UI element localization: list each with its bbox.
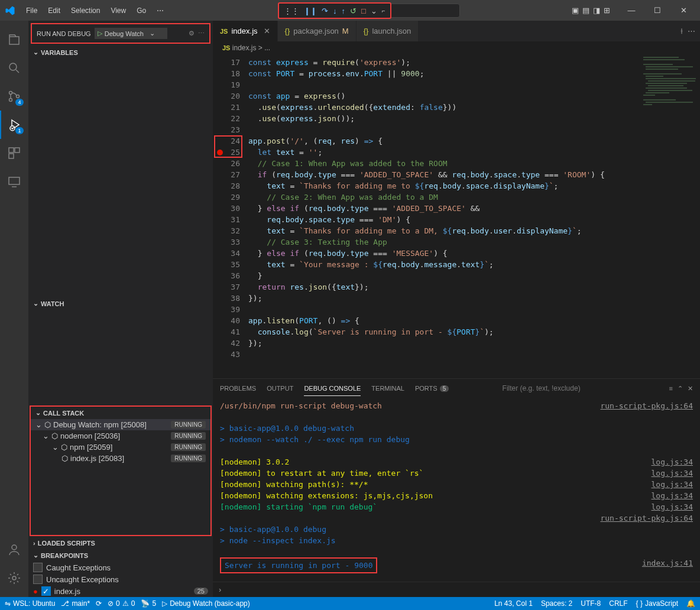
layout-customize-icon[interactable]: ⊞	[604, 6, 610, 15]
debug-toolbar-more-icon[interactable]: ⌐	[382, 8, 385, 14]
debug-step-over-icon[interactable]: ↷	[322, 7, 328, 15]
section-watch[interactable]: ⌄Watch	[28, 297, 213, 310]
status-language[interactable]: { } JavaScript	[636, 599, 678, 608]
debug-console-filter[interactable]	[500, 383, 654, 394]
callstack-row[interactable]: ⌄ ⬡ nodemon [25036] Running	[31, 430, 210, 442]
menu-go[interactable]: Go	[132, 4, 151, 17]
window-maximize-icon[interactable]: ☐	[646, 2, 669, 20]
activity-remote-icon[interactable]	[0, 167, 28, 196]
menu-edit[interactable]: Edit	[43, 4, 65, 17]
debug-config-dropdown[interactable]: ▷ Debug Watch ⌄	[95, 28, 167, 39]
svg-point-11	[12, 545, 17, 550]
bp-file-entry[interactable]: ●✓index.js25	[28, 585, 213, 597]
activity-debug-icon[interactable]: 1	[0, 111, 28, 139]
chevron-down-icon: ⌄	[35, 409, 41, 417]
status-ports[interactable]: 📡5	[141, 599, 156, 608]
status-branch[interactable]: ⎇main*	[61, 599, 90, 608]
debug-toolbar-chevron-icon[interactable]: ⌄	[371, 7, 377, 15]
debug-process-icon: ⬡	[44, 420, 51, 429]
breadcrumb-file: index.js	[232, 44, 257, 52]
code-content[interactable]: const express = require('express');const…	[248, 54, 605, 378]
layout-panel-bottom-icon[interactable]: ▤	[582, 6, 589, 15]
menu-selection[interactable]: Selection	[66, 4, 105, 17]
panel-tab-terminal[interactable]: TERMINAL	[371, 381, 404, 395]
code-editor[interactable]: 1718192021222324252627282930313233343536…	[213, 54, 700, 378]
ellipsis-icon[interactable]: ⋯	[688, 27, 695, 36]
window-minimize-icon[interactable]: —	[620, 2, 643, 20]
callstack-row[interactable]: ⬡ index.js [25083] Running	[31, 453, 210, 464]
status-encoding[interactable]: UTF-8	[581, 599, 601, 608]
chevron-right-icon: ›	[33, 540, 35, 547]
status-remote[interactable]: ⇋WSL: Ubuntu	[5, 599, 55, 608]
status-notifications-icon[interactable]: 🔔	[686, 599, 695, 608]
section-breakpoints[interactable]: ⌄Breakpoints	[28, 549, 213, 562]
layout-panel-right-icon[interactable]: ◨	[593, 6, 600, 15]
checkbox-unchecked[interactable]	[33, 563, 43, 572]
svg-rect-19	[646, 76, 663, 77]
panel-tab-debug-console[interactable]: DEBUG CONSOLE	[304, 381, 361, 396]
activity-settings-icon[interactable]	[0, 564, 28, 592]
close-panel-icon[interactable]: ✕	[688, 385, 693, 392]
scm-badge: 4	[15, 99, 24, 106]
maximize-panel-icon[interactable]: ⌃	[678, 385, 683, 392]
filter-icon[interactable]: ≡	[669, 385, 673, 392]
menu-file[interactable]: File	[21, 4, 42, 17]
checkbox-checked[interactable]: ✓	[41, 586, 51, 596]
breakpoint-dot-icon[interactable]	[217, 150, 223, 155]
tab-launch-json[interactable]: {}launch.json	[357, 21, 419, 41]
debug-pause-icon[interactable]: ❙❙	[304, 7, 317, 15]
status-problems[interactable]: ⊘0 ⚠0	[108, 599, 135, 608]
layout-panel-left-icon[interactable]: ▣	[572, 6, 579, 15]
menu-more[interactable]: ⋯	[152, 4, 168, 17]
status-eol[interactable]: CRLF	[609, 599, 627, 608]
section-variables[interactable]: ⌄Variables	[28, 46, 213, 59]
status-cursor[interactable]: Ln 43, Col 1	[494, 599, 533, 608]
window-close-icon[interactable]: ✕	[672, 2, 695, 20]
debug-badge: 1	[15, 127, 24, 134]
panel-tab-output[interactable]: OUTPUT	[267, 381, 293, 395]
close-icon[interactable]: ✕	[264, 27, 270, 35]
callstack-label: npm [25059]	[70, 443, 112, 452]
breadcrumb[interactable]: JS index.js > ...	[213, 41, 700, 54]
debug-icon: ▷	[162, 599, 167, 608]
bp-caught-exceptions[interactable]: Caught Exceptions	[28, 562, 213, 573]
activity-search-icon[interactable]	[0, 54, 28, 82]
menu-view[interactable]: View	[106, 4, 131, 17]
status-indent[interactable]: Spaces: 2	[541, 599, 572, 608]
status-sync[interactable]: ⟳	[96, 599, 102, 608]
error-icon: ⊘	[108, 599, 114, 608]
bp-uncaught-exceptions[interactable]: Uncaught Exceptions	[28, 573, 213, 585]
callstack-label: Debug Watch: npm [25008]	[53, 420, 147, 429]
activity-scm-icon[interactable]: 4	[0, 82, 28, 111]
activity-extensions-icon[interactable]	[0, 139, 28, 167]
tab-package-json[interactable]: {}package.jsonM	[278, 21, 357, 41]
panel-tab-ports[interactable]: PORTS5	[415, 381, 449, 395]
debug-console-output[interactable]: /usr/bin/npm run-script debug-watchrun-s…	[213, 398, 700, 582]
compare-icon[interactable]: ⫲	[680, 27, 683, 36]
debug-step-into-icon[interactable]: ↓	[333, 7, 337, 15]
gear-icon[interactable]: ⚙	[189, 30, 195, 37]
debug-stop-icon[interactable]: □	[361, 7, 366, 15]
section-loaded-scripts[interactable]: ›Loaded Scripts	[28, 537, 213, 549]
debug-step-out-icon[interactable]: ↑	[342, 7, 346, 15]
checkbox-unchecked[interactable]	[33, 575, 43, 584]
minimap[interactable]	[641, 54, 700, 155]
debug-restart-icon[interactable]: ↺	[350, 7, 357, 15]
debug-console-input[interactable]: ›	[213, 582, 700, 597]
activity-explorer-icon[interactable]	[0, 25, 28, 54]
section-callstack[interactable]: ⌄Call Stack	[31, 407, 210, 419]
drag-handle-icon[interactable]: ⋮⋮	[284, 7, 299, 15]
ellipsis-icon[interactable]: ⋯	[198, 30, 205, 37]
running-badge: Running	[171, 455, 206, 462]
debug-toolbar: ⋮⋮ ❙❙ ↷ ↓ ↑ ↺ □ ⌄ ⌐	[278, 2, 391, 19]
bp-label: index.js	[54, 587, 80, 596]
callstack-row[interactable]: ⌄ ⬡ npm [25059] Running	[31, 442, 210, 453]
panel-tab-problems[interactable]: PROBLEMS	[220, 381, 256, 395]
watch-label: Watch	[41, 300, 64, 307]
activity-account-icon[interactable]	[0, 536, 28, 564]
callstack-row[interactable]: ⌄ ⬡ Debug Watch: npm [25008] Running	[31, 419, 210, 430]
status-debug[interactable]: ▷Debug Watch (basic-app)	[162, 599, 250, 608]
tab-index-js[interactable]: JSindex.js✕	[213, 21, 278, 41]
callstack-label: nodemon [25036]	[60, 431, 120, 440]
line-gutter[interactable]: 1718192021222324252627282930313233343536…	[213, 54, 248, 378]
